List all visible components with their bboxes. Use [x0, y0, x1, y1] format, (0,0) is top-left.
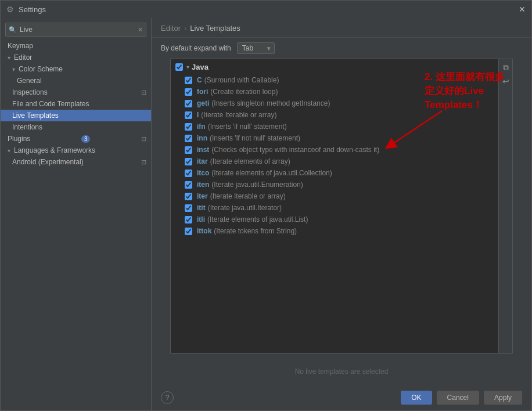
template-geti-desc: (Inserts singleton method getInstance) [211, 99, 330, 107]
template-geti-checkbox[interactable] [185, 100, 192, 107]
template-item-I[interactable]: I (Iterate Iterable or array) [171, 109, 512, 121]
template-inn-key: inn [197, 134, 207, 142]
search-icon: 🔍 [9, 26, 17, 34]
template-ifn-desc: (Inserts 'if null' statement) [208, 122, 287, 131]
template-ittok-desc: (Iterate tokens from String) [214, 227, 297, 235]
sidebar-item-android[interactable]: Android (Experimental) ⊡ [1, 156, 151, 168]
template-c-checkbox[interactable] [185, 77, 192, 84]
expand-with-select[interactable]: Tab Enter Space [237, 42, 275, 54]
editor-label: Editor [14, 53, 32, 62]
android-label: Android (Experimental) [12, 158, 84, 166]
close-button[interactable]: ✕ [519, 5, 526, 14]
breadcrumb-current: Live Templates [190, 24, 240, 33]
template-inn-desc: (Inserts 'if not null' statement) [210, 134, 300, 142]
plugins-label: Plugins [8, 135, 30, 143]
title-bar: ⚙ Settings ✕ [1, 1, 531, 18]
live-templates-label: Live Templates [12, 111, 59, 120]
search-clear-icon[interactable]: ✕ [138, 26, 143, 34]
template-inst-checkbox[interactable] [185, 146, 192, 154]
template-item-inst[interactable]: inst (Checks object type with instanceof… [171, 144, 512, 156]
java-group-row[interactable]: ▾ Java + [171, 59, 512, 74]
sidebar-item-lang-frameworks[interactable]: ▾ Languages & Frameworks [1, 145, 151, 156]
template-ifn-key: ifn [197, 122, 206, 131]
lang-toggle: ▾ [8, 147, 10, 154]
title-bar-left: ⚙ Settings [6, 5, 46, 14]
ok-button[interactable]: OK [401, 391, 432, 405]
general-label: General [17, 77, 42, 85]
template-itco-key: itco [197, 169, 209, 177]
template-I-key: I [197, 111, 199, 119]
template-item-ittok[interactable]: ittok (Iterate tokens from String) [171, 225, 512, 237]
sidebar-item-keymap[interactable]: Keymap [1, 40, 151, 52]
android-settings-icon: ⊡ [141, 158, 146, 166]
bottom-bar: ? OK Cancel Apply [152, 385, 531, 410]
template-inn-checkbox[interactable] [185, 135, 192, 142]
sidebar-item-inspections[interactable]: Inspections ⊡ [1, 86, 151, 98]
apply-button[interactable]: Apply [484, 391, 522, 405]
sidebar-item-color-scheme[interactable]: ▾ Color Scheme [1, 63, 151, 75]
sidebar-item-intentions[interactable]: Intentions [1, 121, 151, 133]
sidebar-item-live-templates[interactable]: Live Templates [1, 110, 151, 121]
window-title: Settings [19, 5, 46, 14]
template-item-iten[interactable]: iten (Iterate java.util.Enumeration) [171, 179, 512, 190]
template-item-fori[interactable]: fori (Create iteration loop) [171, 86, 512, 98]
template-iten-key: iten [197, 181, 209, 189]
template-iten-checkbox[interactable] [185, 181, 192, 189]
template-iter-desc: (Iterate Iterable or array) [210, 192, 286, 200]
breadcrumb: Editor › Live Templates [152, 18, 531, 38]
template-panel: ▾ Java + C (Surround with Callable) fori… [170, 59, 513, 354]
search-input[interactable] [5, 23, 146, 37]
template-item-itar[interactable]: itar (Iterate elements of array) [171, 156, 512, 167]
color-scheme-label: Color Scheme [19, 65, 63, 73]
inspections-label: Inspections [12, 88, 48, 96]
template-item-itit[interactable]: itit (Iterate java.util.Iterator) [171, 202, 512, 214]
dialog-buttons: OK Cancel Apply [401, 391, 522, 405]
template-inst-desc: (Checks object type with instanceof and … [211, 146, 379, 154]
help-button[interactable]: ? [161, 391, 174, 404]
template-geti-key: geti [197, 99, 209, 107]
template-item-inn[interactable]: inn (Inserts 'if not null' statement) [171, 132, 512, 144]
template-itit-checkbox[interactable] [185, 204, 192, 212]
sidebar-item-plugins[interactable]: Plugins 3 ⊡ [1, 133, 151, 145]
settings-window: ⚙ Settings ✕ 🔍 ✕ Keymap ▾ Editor ▾ Col [0, 0, 532, 411]
template-iter-key: iter [197, 192, 208, 200]
template-item-itli[interactable]: itli (Iterate elements of java.util.List… [171, 214, 512, 225]
sidebar-item-file-code-templates[interactable]: File and Code Templates [1, 98, 151, 110]
template-itli-desc: (Iterate elements of java.util.List) [207, 215, 308, 223]
template-item-c[interactable]: C (Surround with Callable) [171, 74, 512, 86]
copy-button[interactable]: ⧉ [500, 62, 512, 73]
template-item-geti[interactable]: geti (Inserts singleton method getInstan… [171, 98, 512, 109]
template-ittok-checkbox[interactable] [185, 228, 192, 235]
template-ittok-key: ittok [197, 227, 211, 235]
template-item-ifn[interactable]: ifn (Inserts 'if null' statement) [171, 121, 512, 132]
side-actions: ⧉ ↩ [498, 59, 512, 353]
keymap-label: Keymap [8, 42, 33, 50]
intentions-label: Intentions [12, 123, 42, 131]
sidebar-item-general[interactable]: General [1, 75, 151, 86]
inspections-icon: ⊡ [141, 89, 146, 96]
expand-with-label: By default expand with [161, 44, 231, 52]
template-itco-checkbox[interactable] [185, 170, 192, 177]
template-itit-desc: (Iterate java.util.Iterator) [208, 204, 282, 212]
template-itar-desc: (Iterate elements of array) [210, 157, 290, 165]
undo-button[interactable]: ↩ [500, 75, 512, 87]
color-scheme-toggle: ▾ [12, 66, 15, 73]
sidebar-item-editor[interactable]: ▾ Editor [1, 52, 151, 63]
no-selection-text: No live templates are selected [161, 358, 522, 385]
template-iten-desc: (Iterate java.util.Enumeration) [211, 181, 303, 189]
breadcrumb-parent: Editor [161, 24, 181, 33]
template-iter-checkbox[interactable] [185, 193, 192, 200]
template-item-itco[interactable]: itco (Iterate elements of java.util.Coll… [171, 167, 512, 179]
template-itar-checkbox[interactable] [185, 158, 192, 165]
template-I-checkbox[interactable] [185, 111, 192, 119]
template-itli-checkbox[interactable] [185, 216, 192, 223]
cancel-button[interactable]: Cancel [437, 391, 479, 405]
java-group-checkbox[interactable] [175, 63, 183, 71]
template-item-iter[interactable]: iter (Iterate Iterable or array) [171, 190, 512, 202]
plugins-badge: 3 [81, 135, 91, 143]
template-fori-checkbox[interactable] [185, 88, 192, 96]
template-fori-desc: (Create iteration loop) [210, 88, 278, 96]
search-box: 🔍 ✕ [5, 23, 146, 37]
template-ifn-checkbox[interactable] [185, 123, 192, 131]
template-c-desc: (Surround with Callable) [204, 76, 279, 84]
